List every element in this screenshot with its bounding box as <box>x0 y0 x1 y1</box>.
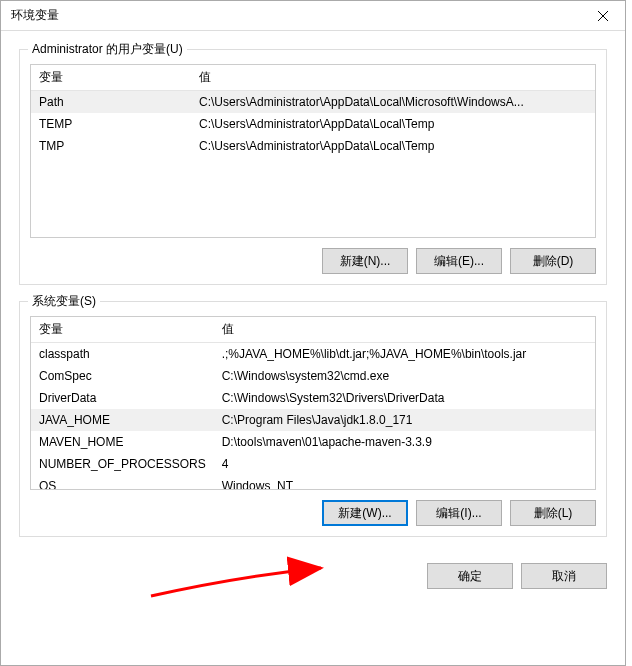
var-name: NUMBER_OF_PROCESSORS <box>31 453 214 475</box>
table-row[interactable]: classpath.;%JAVA_HOME%\lib\dt.jar;%JAVA_… <box>31 343 595 366</box>
table-row[interactable]: JAVA_HOMEC:\Program Files\Java\jdk1.8.0_… <box>31 409 595 431</box>
col-header-variable[interactable]: 变量 <box>31 317 214 343</box>
col-header-variable[interactable]: 变量 <box>31 65 191 91</box>
close-button[interactable] <box>580 1 625 31</box>
var-name: JAVA_HOME <box>31 409 214 431</box>
system-vars-legend: 系统变量(S) <box>28 293 100 310</box>
table-row[interactable]: ComSpecC:\Windows\system32\cmd.exe <box>31 365 595 387</box>
close-icon <box>598 11 608 21</box>
var-value: C:\Program Files\Java\jdk1.8.0_171 <box>214 409 595 431</box>
var-name: DriverData <box>31 387 214 409</box>
var-value: C:\Windows\System32\Drivers\DriverData <box>214 387 595 409</box>
system-vars-table[interactable]: 变量 值 classpath.;%JAVA_HOME%\lib\dt.jar;%… <box>30 316 596 490</box>
var-name: classpath <box>31 343 214 366</box>
var-value: Windows_NT <box>214 475 595 490</box>
var-value: D:\tools\maven\01\apache-maven-3.3.9 <box>214 431 595 453</box>
table-row[interactable]: NUMBER_OF_PROCESSORS4 <box>31 453 595 475</box>
system-vars-group: 系统变量(S) 变量 值 classpath.;%JAVA_HOME%\lib\… <box>19 301 607 537</box>
table-row[interactable]: TMPC:\Users\Administrator\AppData\Local\… <box>31 135 595 157</box>
table-row[interactable]: OSWindows_NT <box>31 475 595 490</box>
var-value: C:\Users\Administrator\AppData\Local\Mic… <box>191 91 595 114</box>
system-new-button[interactable]: 新建(W)... <box>322 500 408 526</box>
ok-button[interactable]: 确定 <box>427 563 513 589</box>
env-vars-dialog: 环境变量 Administrator 的用户变量(U) 变量 值 PathC:\… <box>0 0 626 666</box>
var-value: 4 <box>214 453 595 475</box>
user-vars-legend: Administrator 的用户变量(U) <box>28 41 187 58</box>
system-edit-button[interactable]: 编辑(I)... <box>416 500 502 526</box>
var-value: .;%JAVA_HOME%\lib\dt.jar;%JAVA_HOME%\bin… <box>214 343 595 366</box>
system-delete-button[interactable]: 删除(L) <box>510 500 596 526</box>
table-row[interactable]: TEMPC:\Users\Administrator\AppData\Local… <box>31 113 595 135</box>
var-name: ComSpec <box>31 365 214 387</box>
cancel-button[interactable]: 取消 <box>521 563 607 589</box>
var-name: TMP <box>31 135 191 157</box>
dialog-title: 环境变量 <box>11 7 580 24</box>
table-row[interactable]: DriverDataC:\Windows\System32\Drivers\Dr… <box>31 387 595 409</box>
col-header-value[interactable]: 值 <box>214 317 595 343</box>
var-name: TEMP <box>31 113 191 135</box>
table-row[interactable]: PathC:\Users\Administrator\AppData\Local… <box>31 91 595 114</box>
table-row[interactable]: MAVEN_HOMED:\tools\maven\01\apache-maven… <box>31 431 595 453</box>
col-header-value[interactable]: 值 <box>191 65 595 91</box>
titlebar: 环境变量 <box>1 1 625 31</box>
var-name: MAVEN_HOME <box>31 431 214 453</box>
user-vars-group: Administrator 的用户变量(U) 变量 值 PathC:\Users… <box>19 49 607 285</box>
user-delete-button[interactable]: 删除(D) <box>510 248 596 274</box>
var-value: C:\Users\Administrator\AppData\Local\Tem… <box>191 135 595 157</box>
var-value: C:\Users\Administrator\AppData\Local\Tem… <box>191 113 595 135</box>
user-vars-table[interactable]: 变量 值 PathC:\Users\Administrator\AppData\… <box>30 64 596 238</box>
user-new-button[interactable]: 新建(N)... <box>322 248 408 274</box>
var-name: Path <box>31 91 191 114</box>
var-name: OS <box>31 475 214 490</box>
user-edit-button[interactable]: 编辑(E)... <box>416 248 502 274</box>
var-value: C:\Windows\system32\cmd.exe <box>214 365 595 387</box>
